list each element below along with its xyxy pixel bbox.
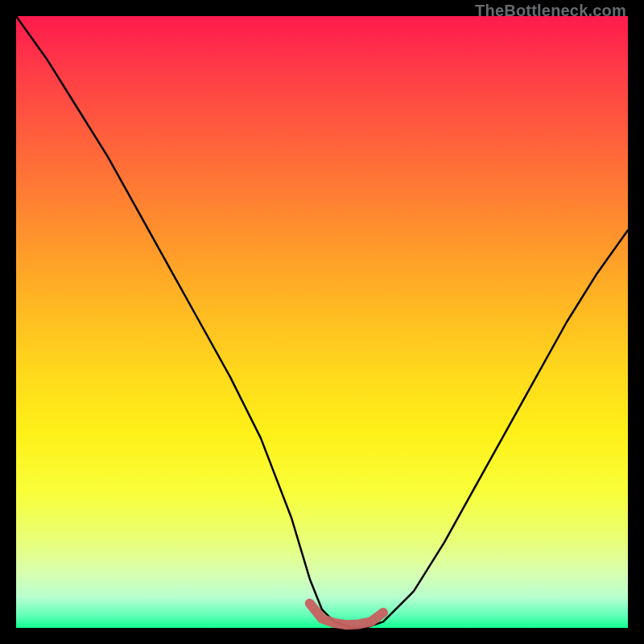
bottleneck-curve — [16, 16, 628, 628]
watermark-text: TheBottleneck.com — [475, 2, 626, 20]
chart-frame: TheBottleneck.com — [0, 0, 644, 644]
curve-group — [16, 16, 628, 628]
plot-area — [16, 16, 628, 628]
chart-svg — [16, 16, 628, 628]
